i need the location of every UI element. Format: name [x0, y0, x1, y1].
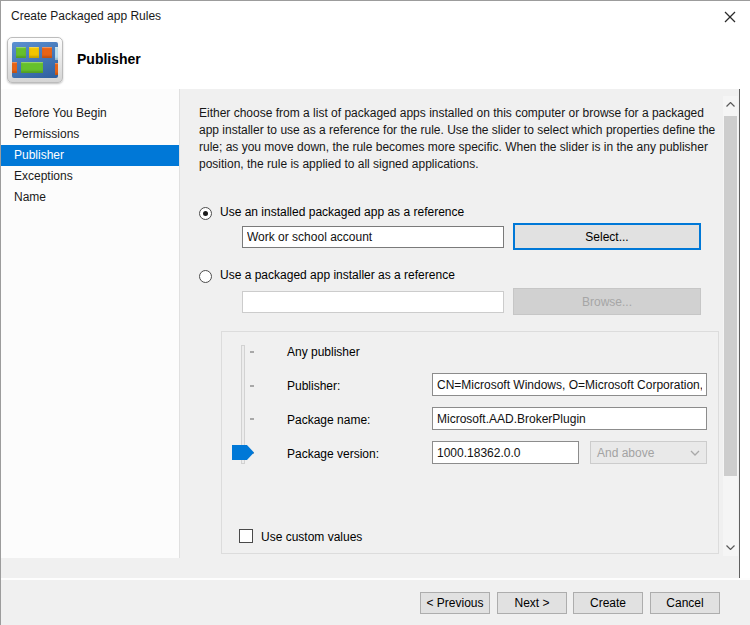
version-scope-dropdown: And above: [590, 441, 707, 464]
icon-tile: [29, 47, 39, 58]
select-button[interactable]: Select...: [513, 223, 701, 250]
icon-tile: [42, 47, 52, 58]
installer-radio[interactable]: [199, 270, 212, 283]
icon-tile: [55, 63, 58, 75]
slider-tick: [250, 385, 254, 387]
footer-separator: [1, 578, 750, 580]
next-button[interactable]: Next >: [497, 592, 567, 614]
icon-tile: [55, 47, 58, 60]
scrollbar-thumb[interactable]: [724, 116, 737, 476]
icon-tile: [12, 62, 17, 73]
package-name-input[interactable]: [432, 407, 707, 430]
icon-tile: [21, 62, 43, 73]
scroll-down-button[interactable]: [723, 539, 738, 556]
installed-app-radio[interactable]: [199, 207, 212, 220]
installed-app-input[interactable]: [242, 226, 504, 248]
chevron-down-icon: [690, 450, 700, 456]
sidebar-item-before-you-begin[interactable]: Before You Begin: [1, 103, 179, 124]
title-header-band: Create Packaged app Rules Publisher: [1, 1, 750, 89]
sidebar-item-exceptions[interactable]: Exceptions: [1, 166, 179, 187]
packaged-app-icon-screen: [12, 42, 58, 78]
sidebar-item-permissions[interactable]: Permissions: [1, 124, 179, 145]
previous-button[interactable]: < Previous: [420, 592, 490, 614]
page-title: Publisher: [77, 51, 141, 67]
page-description: Either choose from a list of packaged ap…: [199, 105, 723, 173]
content-scrollbar[interactable]: [723, 96, 738, 556]
chevron-down-icon: [726, 545, 735, 550]
icon-tile: [16, 47, 26, 58]
scroll-up-button[interactable]: [723, 96, 738, 113]
close-icon: [724, 11, 736, 23]
chevron-up-icon: [726, 102, 735, 107]
package-name-label: Package name:: [287, 413, 370, 427]
publisher-label: Publisher:: [287, 379, 340, 393]
use-custom-values-label[interactable]: Use custom values: [261, 530, 362, 544]
right-gutter: [740, 89, 750, 578]
packaged-app-icon: [7, 37, 63, 83]
sidebar-item-publisher[interactable]: Publisher: [1, 145, 179, 166]
installer-radio-label[interactable]: Use a packaged app installer as a refere…: [220, 268, 455, 282]
publisher-scope-panel: Any publisher Publisher: Package name: P…: [221, 331, 719, 554]
use-custom-values-checkbox[interactable]: [239, 529, 253, 543]
slider-thumb[interactable]: [232, 445, 254, 460]
cancel-button[interactable]: Cancel: [650, 592, 720, 614]
create-packaged-app-rules-dialog: Create Packaged app Rules Publisher Befo…: [0, 0, 750, 625]
publisher-input[interactable]: [432, 373, 707, 396]
slider-tick: [250, 418, 254, 420]
create-button[interactable]: Create: [573, 592, 643, 614]
slider-tick: [250, 351, 254, 353]
any-publisher-label: Any publisher: [287, 345, 360, 359]
package-version-label: Package version:: [287, 447, 379, 461]
browse-button: Browse...: [513, 288, 701, 315]
window-title: Create Packaged app Rules: [11, 9, 161, 23]
version-scope-value: And above: [597, 446, 654, 460]
sidebar-item-name[interactable]: Name: [1, 187, 179, 208]
wizard-steps-sidebar: Before You Begin Permissions Publisher E…: [1, 89, 180, 558]
package-version-input[interactable]: [432, 441, 579, 464]
close-button[interactable]: [719, 7, 741, 27]
installed-app-radio-label[interactable]: Use an installed packaged app as a refer…: [220, 205, 464, 219]
installer-path-input: [242, 291, 504, 313]
